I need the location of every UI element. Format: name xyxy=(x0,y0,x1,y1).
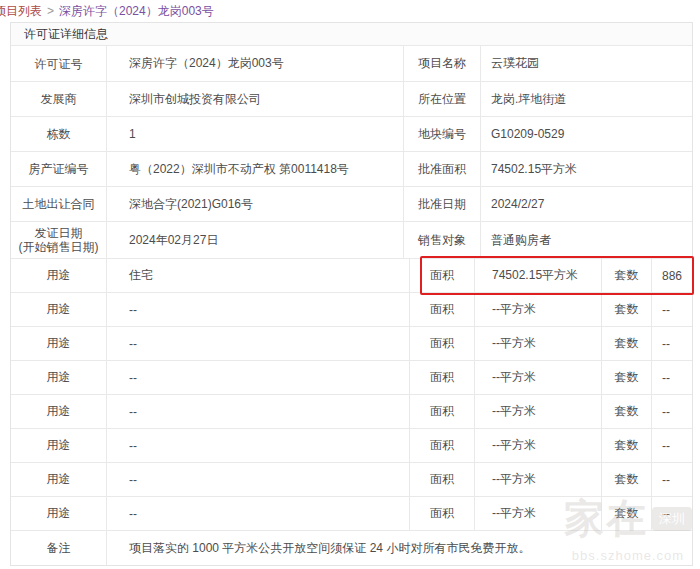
field-label: 房产证编号 xyxy=(11,152,106,186)
usage-row: 用途 -- 面积 --平方米 套数 -- xyxy=(11,462,692,496)
count-value: -- xyxy=(651,293,692,326)
field-label: 销售对象 xyxy=(403,222,480,258)
remark-value: 项目落实的 1000 平方米公共开放空间须保证 24 小时对所有市民免费开放。 xyxy=(106,531,692,565)
count-label: 套数 xyxy=(601,259,651,292)
count-value: -- xyxy=(651,395,692,428)
usage-row: 用途 -- 面积 --平方米 套数 -- xyxy=(11,428,692,462)
field-value: 粤（2022）深圳市不动产权 第0011418号 xyxy=(106,152,403,186)
usage-row: 用途 -- 面积 --平方米 套数 -- xyxy=(11,496,692,530)
usage-label: 用途 xyxy=(11,361,106,394)
area-label: 面积 xyxy=(409,327,474,360)
usage-row: 用途 -- 面积 --平方米 套数 -- xyxy=(11,394,692,428)
count-label: 套数 xyxy=(601,497,651,530)
remark-label: 备注 xyxy=(11,531,106,565)
count-label: 套数 xyxy=(601,429,651,462)
field-value: 云璞花园 xyxy=(480,46,692,81)
area-value: --平方米 xyxy=(474,463,601,496)
area-value: --平方米 xyxy=(474,395,601,428)
breadcrumb-current-permit-link[interactable]: 深房许字（2024）龙岗003号 xyxy=(59,4,214,18)
table-row: 房产证编号 粤（2022）深圳市不动产权 第0011418号 批准面积 7450… xyxy=(11,151,692,186)
field-value: 龙岗.坪地街道 xyxy=(480,82,692,116)
usage-value: -- xyxy=(106,361,409,394)
count-value: -- xyxy=(651,497,692,530)
count-value: -- xyxy=(651,327,692,360)
area-label: 面积 xyxy=(409,463,474,496)
count-value: -- xyxy=(651,463,692,496)
area-label: 面积 xyxy=(409,395,474,428)
usage-value: 住宅 xyxy=(106,259,409,292)
table-row: 发证日期(开始销售日期) 2024年02月27日 销售对象 普通购房者 xyxy=(11,221,692,258)
usage-label: 用途 xyxy=(11,259,106,292)
field-value: G10209-0529 xyxy=(480,117,692,151)
usage-value: -- xyxy=(106,327,409,360)
usage-value: -- xyxy=(106,497,409,530)
area-label: 面积 xyxy=(409,429,474,462)
table-row: 栋数 1 地块编号 G10209-0529 xyxy=(11,116,692,151)
usage-value: -- xyxy=(106,293,409,326)
field-label: 土地出让合同 xyxy=(11,187,106,221)
breadcrumb-project-list-link[interactable]: 项目列表 xyxy=(0,4,42,18)
area-label: 面积 xyxy=(409,259,474,292)
count-label: 套数 xyxy=(601,293,651,326)
field-value: 深圳市创城投资有限公司 xyxy=(106,82,403,116)
area-label: 面积 xyxy=(409,497,474,530)
table-row: 土地出让合同 深地合字(2021)G016号 批准日期 2024/2/27 xyxy=(11,186,692,221)
permit-detail-panel: 许可证详细信息 许可证号 深房许字（2024）龙岗003号 项目名称 云璞花园 … xyxy=(10,22,693,566)
usage-label: 用途 xyxy=(11,327,106,360)
usage-value: -- xyxy=(106,395,409,428)
area-value: --平方米 xyxy=(474,293,601,326)
field-label: 地块编号 xyxy=(403,117,480,151)
count-label: 套数 xyxy=(601,463,651,496)
area-value: --平方米 xyxy=(474,497,601,530)
field-value: 普通购房者 xyxy=(480,222,692,258)
usage-label: 用途 xyxy=(11,463,106,496)
table-row: 发展商 深圳市创城投资有限公司 所在位置 龙岗.坪地街道 xyxy=(11,81,692,116)
count-label: 套数 xyxy=(601,395,651,428)
field-label: 项目名称 xyxy=(403,46,480,81)
usage-label: 用途 xyxy=(11,395,106,428)
count-value: 886 xyxy=(651,259,692,292)
usage-label: 用途 xyxy=(11,497,106,530)
field-value: 深房许字（2024）龙岗003号 xyxy=(106,46,403,81)
permit-table: 许可证号 深房许字（2024）龙岗003号 项目名称 云璞花园 发展商 深圳市创… xyxy=(11,46,692,565)
field-label: 发证日期(开始销售日期) xyxy=(11,222,106,258)
field-label: 批准日期 xyxy=(403,187,480,221)
field-label: 发展商 xyxy=(11,82,106,116)
field-value: 1 xyxy=(106,117,403,151)
permit-detail-page: 项目列表>深房许字（2024）龙岗003号 许可证详细信息 许可证号 深房许字（… xyxy=(0,0,700,569)
area-value: --平方米 xyxy=(474,429,601,462)
count-value: -- xyxy=(651,429,692,462)
usage-row: 用途 -- 面积 --平方米 套数 -- xyxy=(11,360,692,394)
area-value: --平方米 xyxy=(474,361,601,394)
breadcrumb-separator: > xyxy=(47,4,54,18)
panel-title: 许可证详细信息 xyxy=(11,23,692,46)
area-value: --平方米 xyxy=(474,327,601,360)
usage-label: 用途 xyxy=(11,429,106,462)
field-label: 所在位置 xyxy=(403,82,480,116)
area-value: 74502.15平方米 xyxy=(474,259,601,292)
field-value: 74502.15平方米 xyxy=(480,152,692,186)
field-value: 2024年02月27日 xyxy=(106,222,403,258)
field-label: 批准面积 xyxy=(403,152,480,186)
count-value: -- xyxy=(651,361,692,394)
count-label: 套数 xyxy=(601,361,651,394)
field-value: 2024/2/27 xyxy=(480,187,692,221)
count-label: 套数 xyxy=(601,327,651,360)
table-row: 许可证号 深房许字（2024）龙岗003号 项目名称 云璞花园 xyxy=(11,46,692,81)
field-label: 栋数 xyxy=(11,117,106,151)
field-label: 许可证号 xyxy=(11,46,106,81)
usage-label: 用途 xyxy=(11,293,106,326)
field-value: 深地合字(2021)G016号 xyxy=(106,187,403,221)
breadcrumb: 项目列表>深房许字（2024）龙岗003号 xyxy=(0,3,214,20)
remark-row: 备注 项目落实的 1000 平方米公共开放空间须保证 24 小时对所有市民免费开… xyxy=(11,530,692,565)
area-label: 面积 xyxy=(409,361,474,394)
usage-row: 用途 -- 面积 --平方米 套数 -- xyxy=(11,292,692,326)
area-label: 面积 xyxy=(409,293,474,326)
usage-value: -- xyxy=(106,429,409,462)
usage-value: -- xyxy=(106,463,409,496)
usage-row: 用途 -- 面积 --平方米 套数 -- xyxy=(11,326,692,360)
usage-row: 用途 住宅 面积 74502.15平方米 套数 886 xyxy=(11,258,692,292)
